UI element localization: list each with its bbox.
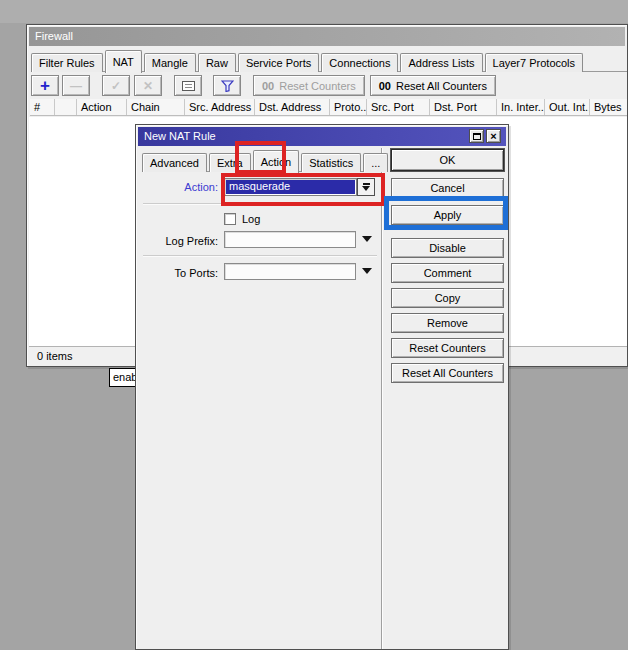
firewall-tabstrip: Filter RulesNATMangleRawService PortsCon… [31, 48, 627, 72]
minus-icon: — [70, 79, 82, 93]
counters-icon: 00 [379, 80, 391, 92]
column-header-chain[interactable]: Chain [127, 99, 185, 115]
column-header-action[interactable]: Action [77, 99, 127, 115]
comment-icon [182, 81, 195, 91]
reset-counters-button[interactable]: Reset Counters [391, 338, 504, 358]
tab-mangle[interactable]: Mangle [144, 53, 196, 72]
desktop-background [0, 0, 628, 23]
tab-statistics[interactable]: Statistics [301, 153, 361, 172]
column-header-blank[interactable] [55, 99, 77, 115]
form-separator [143, 203, 377, 205]
tab-raw[interactable]: Raw [198, 53, 236, 72]
log-checkbox-label: Log [242, 213, 260, 225]
dialog-titlebar[interactable]: New NAT Rule × [138, 127, 506, 146]
log-prefix-label: Log Prefix: [143, 235, 218, 248]
disable-button[interactable]: ✕ [134, 75, 162, 96]
dialog-title: New NAT Rule [144, 130, 216, 142]
tab-action[interactable]: Action [253, 150, 300, 173]
column-header-out-int[interactable]: Out. Int... [545, 99, 590, 115]
plus-icon: + [40, 78, 50, 93]
form-separator [143, 255, 377, 257]
reset-all-counters-button[interactable]: Reset All Counters [391, 363, 504, 383]
log-prefix-input[interactable] [224, 231, 356, 248]
column-header-bytes[interactable]: Bytes [590, 99, 628, 115]
action-combobox[interactable]: masquerade [224, 178, 375, 196]
filter-button[interactable] [213, 75, 241, 96]
ok-button[interactable]: OK [391, 149, 504, 171]
column-header-src-port[interactable]: Src. Port [367, 99, 430, 115]
apply-button[interactable]: Apply [391, 205, 504, 225]
action-dropdown-button[interactable] [357, 178, 375, 196]
tab-layer7-protocols[interactable]: Layer7 Protocols [485, 53, 584, 72]
column-header-proto[interactable]: Proto... [330, 99, 367, 115]
action-combobox-value-area[interactable]: masquerade [224, 178, 357, 196]
action-field-label: Action: [143, 181, 218, 194]
check-icon: ✓ [111, 79, 121, 93]
disable-button[interactable]: Disable [391, 238, 504, 258]
action-selected-value: masquerade [226, 180, 355, 194]
tab-nat[interactable]: NAT [105, 50, 142, 73]
tab-advanced[interactable]: Advanced [142, 153, 207, 172]
item-count: 0 items [37, 350, 72, 362]
tab-service-ports[interactable]: Service Ports [238, 53, 319, 72]
firewall-title: Firewall [35, 30, 73, 42]
to-ports-input[interactable] [224, 263, 356, 280]
tab-address-lists[interactable]: Address Lists [400, 53, 482, 72]
copy-button[interactable]: Copy [391, 288, 504, 308]
close-button[interactable]: × [486, 129, 501, 143]
column-header-dst-address[interactable]: Dst. Address [255, 99, 330, 115]
firewall-titlebar[interactable]: Firewall [29, 27, 625, 46]
to-ports-label: To Ports: [143, 267, 218, 280]
remove-button[interactable]: — [62, 75, 90, 96]
column-header-src-address[interactable]: Src. Address [185, 99, 255, 115]
vertical-separator [381, 148, 383, 649]
reset-counters-label: Reset Counters [279, 80, 355, 92]
tab-extra[interactable]: Extra [209, 153, 251, 172]
column-header-in-inter[interactable]: In. Inter... [497, 99, 545, 115]
close-icon: × [490, 131, 496, 141]
reset-all-counters-button[interactable]: 00 Reset All Counters [370, 75, 496, 96]
counters-icon: 00 [262, 80, 274, 92]
remove-button[interactable]: Remove [391, 313, 504, 333]
tab-connections[interactable]: Connections [321, 53, 398, 72]
log-checkbox[interactable] [224, 213, 236, 225]
column-header-more[interactable]: # [30, 99, 55, 115]
comment-button[interactable]: Comment [391, 263, 504, 283]
to-ports-dropdown-icon[interactable] [362, 268, 372, 274]
maximize-button[interactable] [469, 129, 484, 143]
tab-filter-rules[interactable]: Filter Rules [31, 53, 103, 72]
list-header-row: #ActionChainSrc. AddressDst. AddressProt… [30, 99, 627, 116]
cancel-button[interactable]: Cancel [391, 178, 504, 198]
column-header-dst-port[interactable]: Dst. Port [430, 99, 497, 115]
filter-icon [221, 80, 234, 92]
dropdown-arrow-icon [362, 186, 370, 191]
new-nat-rule-dialog: New NAT Rule × AdvancedExtraActionStatis… [135, 124, 509, 650]
tooltip-text: enab [113, 371, 137, 383]
log-prefix-dropdown-icon[interactable] [362, 236, 372, 242]
cross-icon: ✕ [143, 79, 153, 93]
tab-more[interactable]: ... [363, 153, 388, 172]
reset-counters-button[interactable]: 00 Reset Counters [253, 75, 365, 96]
dialog-tabstrip: AdvancedExtraActionStatistics... [142, 148, 378, 172]
comment-button[interactable] [174, 75, 202, 96]
reset-all-counters-label: Reset All Counters [396, 80, 487, 92]
maximize-icon [473, 133, 481, 140]
add-button[interactable]: + [31, 75, 59, 96]
firewall-toolbar: + — ✓ ✕ 00 Reset Counters 00 Reset All C… [31, 74, 496, 97]
enable-button[interactable]: ✓ [102, 75, 130, 96]
dropdown-bar-icon [363, 183, 370, 185]
tooltip: enab [109, 368, 138, 387]
